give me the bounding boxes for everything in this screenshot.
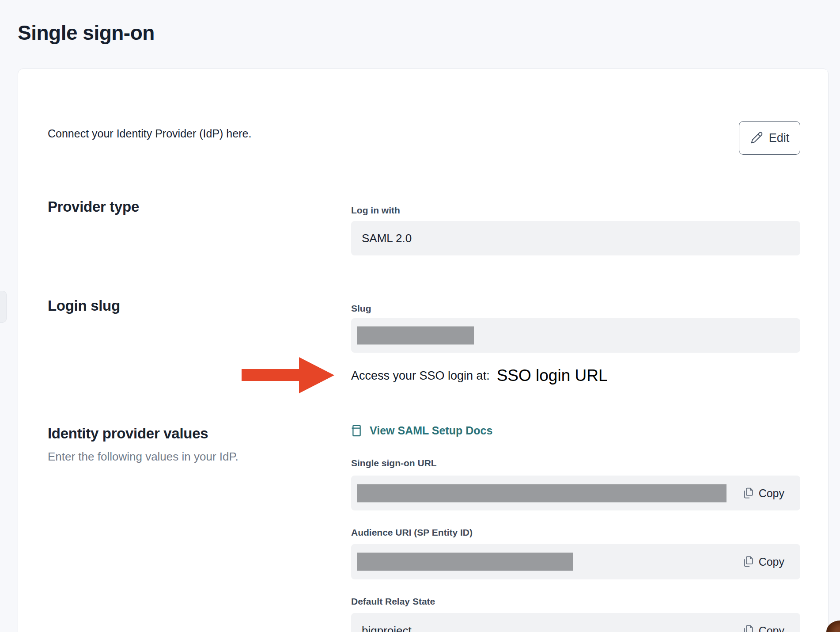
page-title: Single sign-on (18, 21, 155, 45)
audience-uri-redacted-value (357, 553, 573, 571)
intro-text: Connect your Identity Provider (IdP) her… (48, 127, 251, 140)
view-saml-setup-docs-link[interactable]: View SAML Setup Docs (351, 424, 492, 437)
single-sign-on-url-field[interactable]: Copy (351, 476, 800, 510)
provider-type-heading: Provider type (48, 198, 139, 215)
idp-values-heading: Identity provider values (48, 425, 208, 442)
sso-login-url-link[interactable]: SSO login URL (497, 366, 608, 385)
single-sign-on-url-redacted-value (357, 484, 726, 502)
edit-button-label: Edit (769, 131, 790, 145)
copy-sso-url-button[interactable]: Copy (742, 487, 784, 499)
copy-button-label: Copy (759, 624, 784, 632)
single-sign-on-url-label: Single sign-on URL (351, 458, 437, 468)
slug-redacted-value (357, 327, 474, 345)
login-slug-heading: Login slug (48, 297, 120, 314)
book-icon (351, 424, 362, 437)
login-with-label: Log in with (351, 205, 400, 216)
audience-uri-label: Audience URI (SP Entity ID) (351, 527, 473, 538)
slug-label: Slug (351, 303, 371, 314)
pencil-icon (750, 131, 763, 145)
docs-link-label: View SAML Setup Docs (370, 424, 492, 437)
copy-icon (742, 556, 754, 568)
copy-relay-state-button[interactable]: Copy (742, 624, 784, 632)
default-relay-state-value: bigproject (362, 624, 412, 632)
access-prefix-text: Access your SSO login at: (351, 369, 490, 383)
default-relay-state-label: Default Relay State (351, 596, 435, 607)
left-edge-drawer-handle[interactable] (0, 291, 7, 323)
copy-icon (742, 487, 754, 499)
slug-field[interactable] (351, 318, 800, 353)
login-with-field[interactable]: SAML 2.0 (351, 221, 800, 255)
default-relay-state-field[interactable]: bigproject Copy (351, 613, 800, 632)
copy-button-label: Copy (759, 556, 784, 568)
audience-uri-field[interactable]: Copy (351, 544, 800, 579)
login-with-value: SAML 2.0 (362, 232, 412, 245)
copy-icon (742, 624, 754, 632)
red-arrow-right-icon (242, 357, 334, 393)
sso-access-row: Access your SSO login at: SSO login URL (351, 364, 608, 387)
idp-values-subheading: Enter the following values in your IdP. (48, 450, 238, 464)
edit-button[interactable]: Edit (739, 121, 800, 155)
copy-audience-uri-button[interactable]: Copy (742, 556, 784, 568)
sso-settings-card: Connect your Identity Provider (IdP) her… (18, 69, 829, 632)
copy-button-label: Copy (759, 487, 784, 499)
